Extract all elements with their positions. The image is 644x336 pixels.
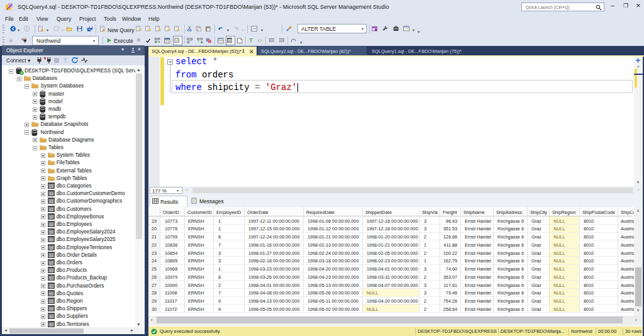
svg-text:²: ²	[258, 38, 260, 42]
